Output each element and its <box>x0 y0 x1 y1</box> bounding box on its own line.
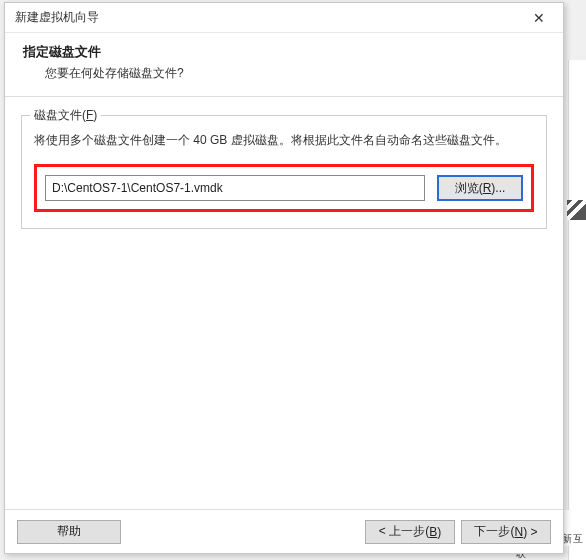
group-label-prefix: 磁盘文件( <box>34 108 86 122</box>
wizard-header: 指定磁盘文件 您要在何处存储磁盘文件? <box>5 33 563 97</box>
window-title: 新建虚拟机向导 <box>15 9 519 26</box>
next-key: N <box>514 525 523 539</box>
back-prefix: < 上一步( <box>379 523 429 540</box>
close-icon: ✕ <box>533 10 545 26</box>
next-button[interactable]: 下一步(N) > <box>461 520 551 544</box>
browse-prefix: 浏览( <box>455 180 483 197</box>
wizard-body: 磁盘文件(F) 将使用多个磁盘文件创建一个 40 GB 虚拟磁盘。将根据此文件名… <box>5 97 563 509</box>
highlighted-row: 浏览(R)... <box>34 164 534 212</box>
back-suffix: ) <box>437 525 441 539</box>
group-label-suffix: ) <box>93 108 97 122</box>
background-decor <box>568 60 586 560</box>
group-description: 将使用多个磁盘文件创建一个 40 GB 虚拟磁盘。将根据此文件名自动命名这些磁盘… <box>34 130 534 150</box>
back-button[interactable]: < 上一步(B) <box>365 520 455 544</box>
wizard-footer: 帮助 < 上一步(B) 下一步(N) > <box>5 509 563 553</box>
titlebar: 新建虚拟机向导 ✕ <box>5 3 563 33</box>
next-prefix: 下一步( <box>474 523 514 540</box>
wizard-dialog: 新建虚拟机向导 ✕ 指定磁盘文件 您要在何处存储磁盘文件? 磁盘文件(F) 将使… <box>4 2 564 554</box>
help-label: 帮助 <box>57 523 81 540</box>
disk-file-group: 磁盘文件(F) 将使用多个磁盘文件创建一个 40 GB 虚拟磁盘。将根据此文件名… <box>21 115 547 229</box>
browse-suffix: )... <box>491 181 505 195</box>
next-suffix: ) > <box>523 525 537 539</box>
disk-path-input[interactable] <box>45 175 425 201</box>
help-button[interactable]: 帮助 <box>17 520 121 544</box>
group-label: 磁盘文件(F) <box>30 107 101 124</box>
browse-button[interactable]: 浏览(R)... <box>437 175 523 201</box>
header-title: 指定磁盘文件 <box>23 43 545 61</box>
browse-key: R <box>483 181 492 195</box>
back-key: B <box>429 525 437 539</box>
header-subtitle: 您要在何处存储磁盘文件? <box>23 65 545 82</box>
close-button[interactable]: ✕ <box>519 4 559 32</box>
decor-stripe <box>567 200 586 220</box>
